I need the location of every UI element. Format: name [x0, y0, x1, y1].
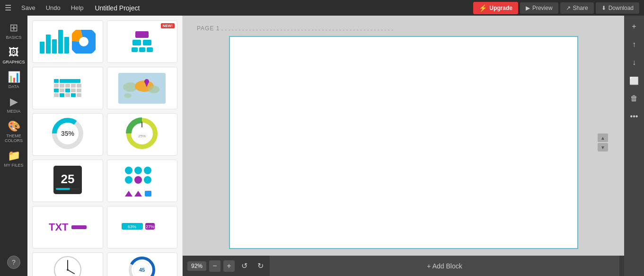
scroll-up-button[interactable]: ▲	[598, 134, 608, 142]
panel-item-org-chart[interactable]: NEW!	[107, 20, 178, 63]
shapes-widget	[123, 163, 161, 198]
theme-colors-icon: 🎨	[8, 120, 20, 133]
sidebar-item-basics[interactable]: ⊞ BASICS	[0, 18, 27, 42]
scroll-indicator: ▲ ▼	[598, 134, 608, 151]
panel-item-map[interactable]	[107, 67, 178, 109]
canvas-area: PAGE 1 - - - - - - - - - - - - - - - - -…	[183, 16, 624, 276]
undo-button[interactable]: Undo	[43, 3, 63, 12]
pie-chart-widget	[72, 30, 96, 53]
main-area: ⊞ BASICS 🖼 GRAPHICS 📊 DATA ▶ MEDIA 🎨 THE…	[0, 16, 644, 276]
download-icon: ⬇	[601, 5, 606, 11]
media-icon: ▶	[10, 96, 18, 108]
clock-widget	[53, 256, 82, 276]
panel-item-shapes[interactable]	[107, 160, 178, 202]
panel-item-gauge-25[interactable]: 25%	[107, 113, 178, 156]
sidebar-item-my-files[interactable]: 📁 MY FILES	[0, 146, 27, 169]
canvas-frame	[229, 36, 578, 249]
add-block-button[interactable]: + Add Block	[427, 262, 462, 270]
share-icon: ↗	[566, 5, 571, 11]
redo-history-button[interactable]: ↻	[254, 259, 267, 273]
svg-point-21	[134, 167, 142, 174]
bottom-bar: 92% − + ↺ ↻ + Add Block	[183, 256, 624, 276]
trash-icon: 🗑	[630, 94, 638, 103]
svg-text:45: 45	[139, 267, 145, 273]
svg-point-25	[144, 176, 151, 184]
zoom-display: 92%	[187, 261, 206, 271]
icon-sidebar: ⊞ BASICS 🖼 GRAPHICS 📊 DATA ▶ MEDIA 🎨 THE…	[0, 16, 27, 276]
svg-point-22	[144, 167, 151, 174]
move-down-button[interactable]: ↓	[626, 54, 643, 71]
arrow-down-icon: ↓	[632, 58, 636, 67]
sidebar-item-graphics[interactable]: 🖼 GRAPHICS	[0, 43, 27, 66]
download-button[interactable]: ⬇ Download	[596, 2, 639, 14]
svg-point-5	[148, 86, 159, 93]
panel-item-clock[interactable]: Premium	[32, 252, 103, 276]
topbar-right: ⚡ Upgrade ▶ Preview ↗ Share ⬇ Download	[473, 2, 639, 14]
page-header: PAGE 1 - - - - - - - - - - - - - - - - -…	[197, 25, 610, 34]
sidebar-item-data[interactable]: 📊 DATA	[0, 67, 27, 91]
plus-icon: +	[632, 22, 636, 31]
canvas-scroll[interactable]: PAGE 1 - - - - - - - - - - - - - - - - -…	[183, 16, 624, 256]
menu-icon[interactable]: ☰	[5, 3, 11, 12]
help-button-floating[interactable]: ?	[7, 256, 20, 269]
svg-point-20	[125, 167, 132, 174]
upgrade-icon: ⚡	[479, 4, 487, 12]
calendar-widget	[54, 79, 81, 97]
panel-item-calendar[interactable]	[32, 67, 103, 109]
org-chart-widget	[132, 31, 153, 52]
number-gauge-widget: 25	[51, 163, 84, 198]
sidebar-item-media[interactable]: ▶ MEDIA	[0, 92, 27, 116]
zoom-minus-button[interactable]: −	[209, 260, 221, 272]
panel-item-donut-35[interactable]: 35%	[32, 113, 103, 156]
svg-point-24	[134, 176, 142, 184]
zoom-plus-button[interactable]: +	[223, 260, 235, 272]
svg-text:27%: 27%	[146, 224, 154, 229]
panel-item-dial[interactable]: 45 Premium	[107, 252, 178, 276]
panel-sidebar: NEW!	[27, 16, 183, 276]
panel-item-txt[interactable]: TXT	[32, 206, 103, 249]
svg-text:25: 25	[61, 172, 74, 186]
upgrade-button[interactable]: ⚡ Upgrade	[473, 2, 518, 14]
graphics-icon: 🖼	[9, 46, 19, 59]
panel-item-number-gauge[interactable]: 25	[32, 160, 103, 202]
frame-button[interactable]: ⬜	[626, 72, 643, 89]
donut-35-widget: 35%	[51, 117, 84, 152]
topbar: ☰ Save Undo Help Untitled Project ⚡ Upgr…	[0, 0, 644, 16]
help-button[interactable]: Help	[68, 3, 87, 12]
gauge-25-widget: 25%	[125, 117, 159, 152]
svg-marker-27	[134, 191, 142, 196]
map-widget	[118, 73, 166, 104]
page-dashes: - - - - - - - - - - - - - - - - - - - - …	[220, 27, 393, 33]
add-element-button[interactable]: +	[626, 18, 643, 35]
arrow-up-icon: ↑	[632, 40, 636, 49]
new-badge: NEW!	[161, 23, 175, 28]
more-icon: •••	[630, 112, 638, 121]
frame-icon: ⬜	[629, 76, 639, 85]
svg-text:35%: 35%	[61, 130, 75, 137]
add-block-bar: + Add Block	[270, 256, 619, 276]
bar-chart-widget	[40, 30, 69, 53]
bar-compare-widget: 63% 27%	[121, 214, 163, 240]
move-up-button[interactable]: ↑	[626, 36, 643, 53]
txt-widget: TXT	[49, 221, 87, 233]
svg-point-36	[67, 269, 69, 271]
svg-rect-19	[56, 188, 70, 190]
page-label: PAGE 1	[197, 25, 220, 32]
svg-text:25%: 25%	[138, 134, 146, 138]
more-options-button[interactable]: •••	[626, 108, 643, 125]
svg-marker-26	[125, 191, 132, 196]
save-button[interactable]: Save	[18, 3, 38, 12]
share-button[interactable]: ↗ Share	[560, 2, 594, 14]
undo-history-button[interactable]: ↺	[238, 259, 251, 273]
svg-point-23	[125, 176, 132, 184]
sidebar-item-theme-colors[interactable]: 🎨 THEME COLORS	[0, 116, 27, 145]
basics-icon: ⊞	[9, 22, 18, 34]
panel-item-bar-pie[interactable]	[32, 20, 103, 63]
project-title: Untitled Project	[95, 4, 468, 12]
right-toolbar: + ↑ ↓ ⬜ 🗑 •••	[624, 16, 644, 276]
delete-button[interactable]: 🗑	[626, 90, 643, 107]
dial-widget: 45	[128, 256, 156, 276]
panel-item-bar-compare[interactable]: 63% 27%	[107, 206, 178, 249]
scroll-down-button[interactable]: ▼	[598, 143, 608, 151]
preview-button[interactable]: ▶ Preview	[520, 2, 558, 14]
